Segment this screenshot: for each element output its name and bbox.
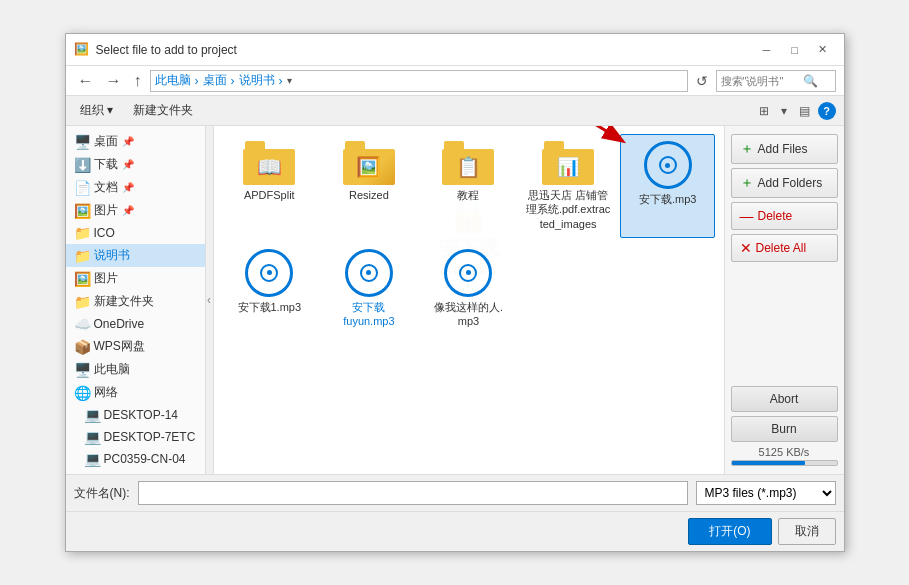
speed-label: 5125 KB/s: [731, 446, 838, 458]
shuomingshu-icon: 📁: [74, 248, 90, 264]
sidebar-item-pc0359[interactable]: 💻 PC0359-CN-04: [66, 448, 205, 470]
address-dropdown[interactable]: ▾: [287, 75, 292, 86]
delete-all-button[interactable]: ✕ Delete All: [731, 234, 838, 262]
add-folders-label: Add Folders: [758, 176, 823, 190]
search-icon[interactable]: 🔍: [803, 74, 818, 88]
folder-icon-sxtd: 📊: [542, 141, 594, 185]
download-icon: ⬇️: [74, 157, 90, 173]
address-toolbar: ← → ↑ 此电脑 › 桌面 › 说明书 › ▾ ↺ 🔍: [66, 66, 844, 96]
thispc-icon: 🖥️: [74, 362, 90, 378]
add-files-button[interactable]: ＋ Add Files: [731, 134, 838, 164]
docs-icon: 📄: [74, 180, 90, 196]
search-input[interactable]: [721, 75, 801, 87]
view-icon1-button[interactable]: ⊞: [755, 102, 773, 120]
file-item-anzaixai-mp3[interactable]: 安下载.mp3: [620, 134, 716, 238]
onedrive-icon: ☁️: [74, 316, 90, 332]
new-folder-button[interactable]: 新建文件夹: [127, 100, 199, 121]
sidebar-label-shuomingshu: 说明书: [94, 247, 130, 264]
file-label-fuyun: 安下载fuyun.mp3: [343, 300, 394, 329]
sidebar-item-network[interactable]: 🌐 网络: [66, 381, 205, 404]
file-area: 🔒 安下载 anz.com 📖 APDFSplit: [214, 126, 724, 474]
file-label-sxtd: 思迅天店 店铺管理系统.pdf.extracted_images: [525, 188, 611, 231]
file-item-xiangwo[interactable]: 像我这样的人.mp3: [421, 242, 517, 336]
sidebar-label-pictures: 图片: [94, 202, 118, 219]
sidebar-item-ico[interactable]: 📁 ICO: [66, 222, 205, 244]
speed-fill: [732, 461, 806, 465]
sidebar-collapse-handle[interactable]: [206, 126, 214, 474]
address-pc[interactable]: 此电脑: [155, 72, 191, 89]
delete-button[interactable]: — Delete: [731, 202, 838, 230]
mp3-icon-xiangwo: [444, 249, 492, 297]
file-item-resized[interactable]: 🖼️ Resized: [321, 134, 417, 238]
view-controls: ⊞ ▾ ▤ ?: [755, 102, 836, 120]
file-item-sxtd[interactable]: 📊 思迅天店 店铺管理系统.pdf.extracted_images: [520, 134, 616, 238]
folder-icon-resized: 🖼️: [343, 141, 395, 185]
filename-label: 文件名(N):: [74, 485, 130, 502]
burn-button[interactable]: Burn: [731, 416, 838, 442]
address-desktop[interactable]: 桌面: [203, 72, 227, 89]
new-folder-icon: 📁: [74, 294, 90, 310]
filename-input[interactable]: [138, 481, 688, 505]
file-item-anzaixai1[interactable]: 安下载1.mp3: [222, 242, 318, 336]
pictures-icon: 🖼️: [74, 203, 90, 219]
up-button[interactable]: ↑: [130, 71, 146, 91]
sidebar-item-desktop14[interactable]: 💻 DESKTOP-14: [66, 404, 205, 426]
forward-button[interactable]: →: [102, 71, 126, 91]
open-button[interactable]: 打开(O): [688, 518, 771, 545]
sidebar-item-pictures2[interactable]: 🖼️ 图片: [66, 267, 205, 290]
sidebar-item-desktop[interactable]: 🖥️ 桌面 📌: [66, 130, 205, 153]
file-label-resized: Resized: [349, 188, 389, 202]
cancel-button[interactable]: 取消: [778, 518, 836, 545]
address-bar: 此电脑 › 桌面 › 说明书 › ▾: [150, 70, 688, 92]
file-item-apdfsplit[interactable]: 📖 APDFSplit: [222, 134, 318, 238]
view-dropdown-button[interactable]: ▾: [777, 102, 791, 120]
pc0359-icon: 💻: [84, 451, 100, 467]
sidebar-item-wps[interactable]: 📦 WPS网盘: [66, 335, 205, 358]
file-label-anzaixai: 安下载.mp3: [639, 192, 696, 206]
delete-all-icon: ✕: [740, 240, 752, 256]
sidebar-item-pictures[interactable]: 🖼️ 图片 📌: [66, 199, 205, 222]
sidebar-item-thispc[interactable]: 🖥️ 此电脑: [66, 358, 205, 381]
sidebar-label-new-folder: 新建文件夹: [94, 293, 154, 310]
sidebar-label-pc0359: PC0359-CN-04: [104, 452, 186, 466]
mp3-icon-anzaixai1: [245, 249, 293, 297]
sidebar-item-docs[interactable]: 📄 文档 📌: [66, 176, 205, 199]
second-toolbar: 组织 ▾ 新建文件夹 ⊞ ▾ ▤ ?: [66, 96, 844, 126]
sidebar-item-new-folder[interactable]: 📁 新建文件夹: [66, 290, 205, 313]
view-list-button[interactable]: ▤: [795, 102, 814, 120]
file-label-apdfsplit: APDFSplit: [244, 188, 295, 202]
pictures2-icon: 🖼️: [74, 271, 90, 287]
file-item-fuyun[interactable]: 安下载fuyun.mp3: [321, 242, 417, 336]
sidebar-label-wps: WPS网盘: [94, 338, 145, 355]
sidebar-label-onedrive: OneDrive: [94, 317, 145, 331]
address-folder[interactable]: 说明书: [239, 72, 275, 89]
sidebar-item-shuomingshu[interactable]: 📁 说明书: [66, 244, 205, 267]
help-button[interactable]: ?: [818, 102, 836, 120]
sidebar-label-download: 下载: [94, 156, 118, 173]
wps-icon: 📦: [74, 339, 90, 355]
file-item-jiaocheng[interactable]: 📋 教程: [421, 134, 517, 238]
filetype-select[interactable]: MP3 files (*.mp3): [696, 481, 836, 505]
abort-button[interactable]: Abort: [731, 386, 838, 412]
minimize-button[interactable]: ─: [754, 40, 780, 60]
close-button[interactable]: ✕: [810, 40, 836, 60]
sidebar-item-desktop7etc[interactable]: 💻 DESKTOP-7ETC: [66, 426, 205, 448]
title-bar: 🖼️ Select file to add to project ─ □ ✕: [66, 34, 844, 66]
delete-icon: —: [740, 208, 754, 224]
refresh-button[interactable]: ↺: [692, 73, 712, 89]
sidebar-label-docs: 文档: [94, 179, 118, 196]
file-label-anzaixai1: 安下载1.mp3: [238, 300, 302, 314]
add-folders-icon: ＋: [740, 174, 754, 192]
sidebar-item-onedrive[interactable]: ☁️ OneDrive: [66, 313, 205, 335]
add-folders-button[interactable]: ＋ Add Folders: [731, 168, 838, 198]
organize-button[interactable]: 组织 ▾: [74, 100, 119, 121]
file-label-jiaocheng: 教程: [457, 188, 479, 202]
mp3-icon-anzaixai: [644, 141, 692, 189]
folder-icon-jiaocheng: 📋: [442, 141, 494, 185]
speed-bar: [731, 460, 838, 466]
back-button[interactable]: ←: [74, 71, 98, 91]
sidebar-item-download[interactable]: ⬇️ 下载 📌: [66, 153, 205, 176]
maximize-button[interactable]: □: [782, 40, 808, 60]
desktop7etc-icon: 💻: [84, 429, 100, 445]
folder-icon-apdfsplit: 📖: [243, 141, 295, 185]
